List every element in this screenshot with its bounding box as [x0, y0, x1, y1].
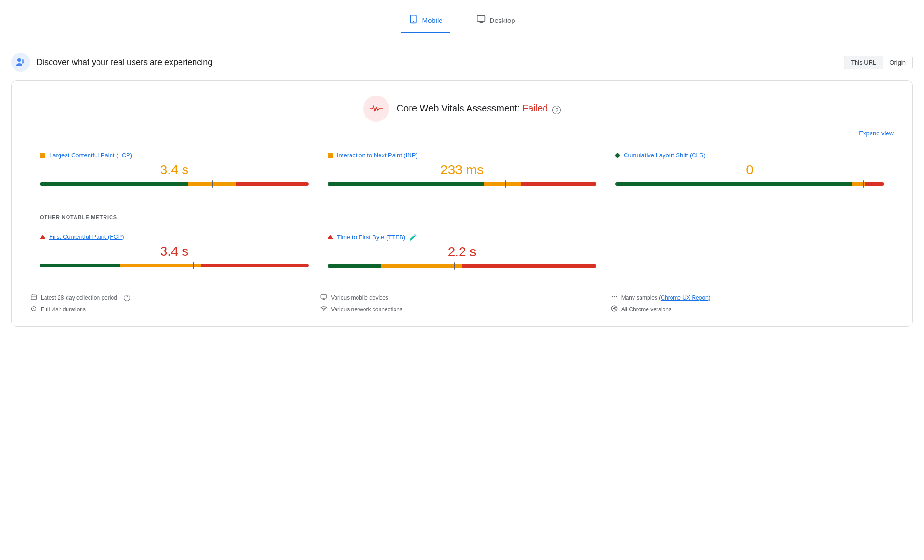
metric-fcp: First Contentful Paint (FCP) 3.4 s: [30, 228, 318, 275]
footer-durations-text: Full visit durations: [41, 306, 86, 313]
cls-value: 0: [615, 162, 884, 177]
metric-ttfb: Time to First Byte (TTFB) 🧪 2.2 s: [318, 228, 606, 275]
header-title: Discover what your real users are experi…: [37, 58, 212, 67]
footer-chrome-text: All Chrome versions: [621, 306, 671, 313]
ttfb-marker: [454, 262, 455, 270]
main-card: Core Web Vitals Assessment: Failed ? Exp…: [11, 80, 913, 327]
ttfb-bar: [328, 264, 596, 268]
fcp-triangle-icon: [40, 235, 45, 239]
tab-mobile-label: Mobile: [422, 16, 442, 24]
svg-point-15: [613, 296, 614, 297]
desktop-icon: [477, 15, 486, 26]
header-row: Discover what your real users are experi…: [0, 48, 924, 80]
footer-devices-text: Various mobile devices: [331, 295, 388, 301]
other-metrics-grid: First Contentful Paint (FCP) 3.4 s Time …: [30, 228, 894, 275]
wifi-icon: [320, 305, 327, 313]
footer-collection-text: Latest 28-day collection period: [41, 295, 117, 301]
cls-bar-green: [615, 182, 852, 186]
footer-samples: Many samples (Chrome UX Report): [611, 294, 894, 302]
calendar-icon: [30, 294, 37, 302]
assessment-icon: [363, 96, 389, 122]
fcp-label-row: First Contentful Paint (FCP): [40, 233, 309, 240]
footer-network-text: Various network connections: [331, 306, 402, 313]
assessment-help-icon[interactable]: ?: [552, 106, 561, 114]
footer-devices: Various mobile devices: [320, 294, 603, 302]
lcp-bar-red: [236, 182, 309, 186]
lcp-value: 3.4 s: [40, 162, 309, 177]
this-url-button[interactable]: This URL: [844, 56, 883, 69]
cls-bar: [615, 182, 884, 186]
cls-label-row: Cumulative Layout Shift (CLS): [615, 152, 884, 159]
inp-value: 233 ms: [328, 162, 596, 177]
cls-bar-red: [865, 182, 884, 186]
inp-marker: [505, 180, 506, 188]
footer-collection-period: Latest 28-day collection period ?: [30, 294, 313, 302]
expand-view-link[interactable]: Expand view: [859, 130, 894, 137]
lcp-name[interactable]: Largest Contentful Paint (LCP): [49, 152, 132, 159]
metric-inp: Interaction to Next Paint (INP) 233 ms: [318, 146, 606, 193]
footer-visit-durations: Full visit durations: [30, 305, 313, 313]
inp-bar-green: [328, 182, 484, 186]
expand-view-row: Expand view: [30, 129, 894, 137]
metric-lcp: Largest Contentful Paint (LCP) 3.4 s: [30, 146, 318, 193]
ttfb-bar-orange: [381, 264, 462, 268]
metric-empty: [606, 228, 894, 275]
cls-indicator: [615, 153, 620, 158]
fcp-marker: [193, 262, 194, 269]
cls-marker: [863, 180, 864, 188]
footer-samples-text: Many samples (Chrome UX Report): [621, 295, 711, 301]
inp-name[interactable]: Interaction to Next Paint (INP): [337, 152, 418, 159]
fcp-bar-green: [40, 264, 120, 267]
footer-network: Various network connections: [320, 305, 603, 313]
footer-chrome-versions: All Chrome versions: [611, 305, 894, 313]
ttfb-value: 2.2 s: [328, 244, 596, 259]
lcp-bar: [40, 182, 309, 186]
crux-report-link[interactable]: Chrome UX Report: [661, 295, 708, 301]
assessment-title: Core Web Vitals Assessment: Failed ?: [397, 103, 561, 114]
ttfb-label-row: Time to First Byte (TTFB) 🧪: [328, 233, 596, 241]
svg-point-14: [611, 296, 612, 297]
section-divider: [30, 205, 894, 205]
monitor-icon: [320, 294, 327, 302]
lcp-indicator: [40, 153, 45, 158]
ttfb-bar-red: [462, 264, 596, 268]
inp-indicator: [328, 153, 333, 158]
collection-help-icon[interactable]: ?: [124, 295, 130, 301]
lcp-bar-green: [40, 182, 188, 186]
svg-rect-2: [477, 16, 485, 22]
svg-rect-11: [321, 295, 327, 298]
svg-point-6: [22, 59, 24, 62]
fcp-value: 3.4 s: [40, 244, 309, 259]
card-footer: Latest 28-day collection period ? Variou…: [30, 285, 894, 313]
ttfb-name[interactable]: Time to First Byte (TTFB): [337, 234, 405, 241]
ttfb-triangle-icon: [328, 235, 333, 239]
core-metrics-grid: Largest Contentful Paint (LCP) 3.4 s Int…: [30, 146, 894, 193]
cls-name[interactable]: Cumulative Layout Shift (CLS): [624, 152, 706, 159]
tab-desktop-label: Desktop: [490, 16, 515, 24]
metric-cls: Cumulative Layout Shift (CLS) 0: [606, 146, 894, 193]
lcp-label-row: Largest Contentful Paint (LCP): [40, 152, 309, 159]
ttfb-beaker-icon: 🧪: [409, 233, 417, 241]
assessment-header: Core Web Vitals Assessment: Failed ?: [30, 96, 894, 122]
url-origin-toggle: This URL Origin: [844, 56, 913, 69]
dots-icon: [611, 294, 618, 302]
inp-bar-red: [521, 182, 596, 186]
mobile-icon: [409, 15, 418, 26]
fcp-name[interactable]: First Contentful Paint (FCP): [49, 233, 124, 240]
timer-icon: [30, 305, 37, 313]
users-icon: [11, 53, 30, 72]
inp-bar-orange: [484, 182, 521, 186]
tab-mobile[interactable]: Mobile: [401, 10, 450, 33]
svg-point-16: [616, 296, 617, 297]
svg-point-5: [17, 58, 21, 62]
ttfb-bar-green: [328, 264, 381, 268]
other-metrics-label: OTHER NOTABLE METRICS: [30, 214, 894, 220]
svg-rect-7: [31, 295, 37, 300]
origin-button[interactable]: Origin: [883, 56, 912, 69]
tab-bar: Mobile Desktop: [0, 9, 924, 33]
fcp-bar-red: [201, 264, 309, 267]
chrome-icon: [611, 305, 618, 313]
fcp-bar: [40, 264, 309, 267]
tab-desktop[interactable]: Desktop: [469, 10, 523, 33]
inp-label-row: Interaction to Next Paint (INP): [328, 152, 596, 159]
